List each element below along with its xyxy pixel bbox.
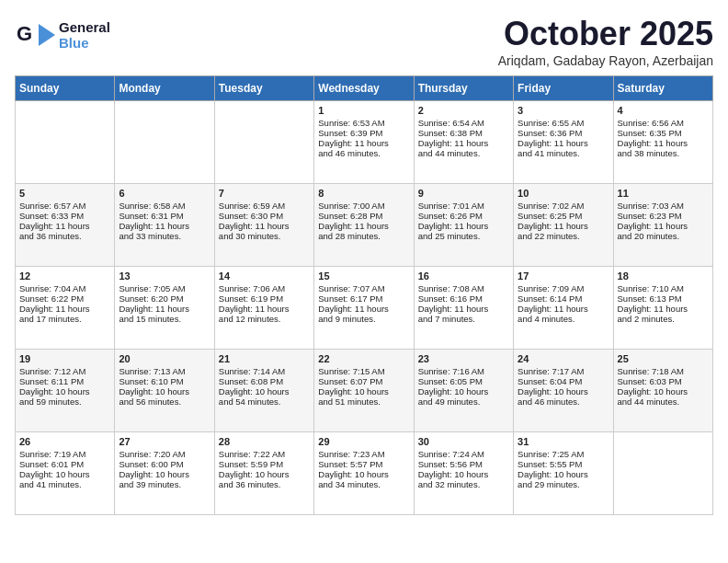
weekday-header-wednesday: Wednesday: [314, 76, 414, 101]
day-info: Daylight: 11 hours: [119, 221, 210, 231]
day-info: and 20 minutes.: [618, 231, 709, 241]
calendar-week-row: 12Sunrise: 7:04 AMSunset: 6:22 PMDayligh…: [16, 267, 713, 350]
calendar-cell: 19Sunrise: 7:12 AMSunset: 6:11 PMDayligh…: [16, 350, 115, 432]
day-info: and 15 minutes.: [119, 314, 210, 324]
day-info: Sunrise: 6:57 AM: [19, 201, 110, 211]
day-info: Sunset: 6:01 PM: [19, 459, 110, 469]
calendar-cell: 24Sunrise: 7:17 AMSunset: 6:04 PMDayligh…: [514, 350, 613, 432]
calendar-cell: 22Sunrise: 7:15 AMSunset: 6:07 PMDayligh…: [314, 350, 414, 432]
day-number: 13: [119, 270, 210, 282]
day-info: and 34 minutes.: [318, 479, 409, 489]
day-info: Sunrise: 7:09 AM: [518, 283, 609, 293]
page-header: G General Blue October 2025 Ariqdam, Gad…: [15, 15, 713, 68]
day-info: Sunrise: 7:12 AM: [19, 366, 110, 376]
weekday-header-thursday: Thursday: [414, 76, 513, 101]
day-info: and 32 minutes.: [418, 479, 509, 489]
day-info: and 36 minutes.: [219, 479, 310, 489]
day-info: Sunset: 6:20 PM: [119, 293, 210, 304]
day-info: Sunrise: 7:10 AM: [618, 283, 709, 293]
day-info: Daylight: 11 hours: [418, 221, 509, 231]
day-info: Daylight: 10 hours: [518, 469, 609, 479]
weekday-header-row: SundayMondayTuesdayWednesdayThursdayFrid…: [16, 76, 713, 101]
day-info: Sunrise: 7:00 AM: [318, 201, 409, 211]
day-info: and 17 minutes.: [19, 314, 110, 324]
calendar-cell: 7Sunrise: 6:59 AMSunset: 6:30 PMDaylight…: [214, 184, 313, 267]
calendar-cell: 30Sunrise: 7:24 AMSunset: 5:56 PMDayligh…: [414, 432, 513, 515]
calendar-cell: 11Sunrise: 7:03 AMSunset: 6:23 PMDayligh…: [613, 184, 712, 267]
day-info: and 22 minutes.: [518, 231, 609, 241]
calendar-cell: 1Sunrise: 6:53 AMSunset: 6:39 PMDaylight…: [314, 101, 414, 184]
day-info: Daylight: 11 hours: [518, 138, 609, 148]
logo-icon: G: [15, 15, 55, 55]
calendar-cell: 5Sunrise: 6:57 AMSunset: 6:33 PMDaylight…: [16, 184, 115, 267]
day-info: Sunset: 6:22 PM: [19, 293, 110, 304]
day-info: Sunset: 5:56 PM: [418, 459, 509, 469]
calendar-cell: [16, 101, 115, 184]
location-subtitle: Ariqdam, Gadabay Rayon, Azerbaijan: [498, 53, 713, 68]
day-info: Sunset: 6:14 PM: [518, 293, 609, 304]
day-info: Sunset: 6:36 PM: [518, 128, 609, 138]
calendar-cell: 16Sunrise: 7:08 AMSunset: 6:16 PMDayligh…: [414, 267, 513, 350]
day-info: Sunset: 6:39 PM: [318, 128, 409, 138]
day-info: and 39 minutes.: [119, 479, 210, 489]
calendar-week-row: 5Sunrise: 6:57 AMSunset: 6:33 PMDaylight…: [16, 184, 713, 267]
day-info: Sunset: 6:30 PM: [219, 211, 310, 221]
day-info: Sunset: 6:05 PM: [418, 376, 509, 386]
day-info: and 28 minutes.: [318, 231, 409, 241]
calendar-cell: 4Sunrise: 6:56 AMSunset: 6:35 PMDaylight…: [613, 101, 712, 184]
calendar-week-row: 1Sunrise: 6:53 AMSunset: 6:39 PMDaylight…: [16, 101, 713, 184]
day-number: 26: [19, 436, 110, 447]
day-info: Sunrise: 6:53 AM: [318, 118, 409, 128]
day-info: and 33 minutes.: [119, 231, 210, 241]
calendar-cell: 15Sunrise: 7:07 AMSunset: 6:17 PMDayligh…: [314, 267, 414, 350]
day-number: 29: [318, 436, 409, 447]
logo-general: General: [59, 19, 110, 35]
calendar-cell: [115, 101, 214, 184]
day-info: and 12 minutes.: [219, 314, 310, 324]
weekday-header-monday: Monday: [115, 76, 214, 101]
day-info: Daylight: 11 hours: [219, 221, 310, 231]
calendar-cell: 9Sunrise: 7:01 AMSunset: 6:26 PMDaylight…: [414, 184, 513, 267]
day-info: and 46 minutes.: [318, 148, 409, 158]
day-info: Sunset: 6:16 PM: [418, 293, 509, 304]
day-info: Sunrise: 7:03 AM: [618, 201, 709, 211]
logo-blue: Blue: [59, 35, 110, 51]
day-info: Sunrise: 6:59 AM: [219, 201, 310, 211]
day-number: 20: [119, 353, 210, 364]
weekday-header-saturday: Saturday: [613, 76, 712, 101]
day-info: Sunset: 6:11 PM: [19, 376, 110, 386]
day-number: 9: [418, 188, 509, 199]
svg-text:G: G: [17, 22, 32, 45]
day-info: Sunset: 6:23 PM: [618, 211, 709, 221]
calendar-table: SundayMondayTuesdayWednesdayThursdayFrid…: [15, 75, 713, 515]
day-info: Daylight: 10 hours: [318, 386, 409, 396]
day-info: Sunset: 6:28 PM: [318, 211, 409, 221]
day-info: Daylight: 10 hours: [219, 386, 310, 396]
day-number: 11: [618, 188, 709, 199]
day-info: Daylight: 11 hours: [518, 304, 609, 314]
day-info: Sunset: 5:55 PM: [518, 459, 609, 469]
day-info: Sunrise: 7:17 AM: [518, 366, 609, 376]
day-number: 28: [219, 436, 310, 447]
day-info: and 4 minutes.: [518, 314, 609, 324]
day-info: Daylight: 11 hours: [418, 304, 509, 314]
day-info: Sunset: 6:07 PM: [318, 376, 409, 386]
day-info: Sunset: 6:00 PM: [119, 459, 210, 469]
day-info: Sunrise: 6:55 AM: [518, 118, 609, 128]
day-info: Sunrise: 7:04 AM: [19, 283, 110, 293]
day-info: Sunrise: 7:19 AM: [19, 449, 110, 459]
day-info: and 7 minutes.: [418, 314, 509, 324]
weekday-header-sunday: Sunday: [16, 76, 115, 101]
day-number: 17: [518, 270, 609, 282]
day-info: Sunset: 6:17 PM: [318, 293, 409, 304]
day-info: and 54 minutes.: [219, 396, 310, 407]
day-number: 4: [618, 105, 709, 116]
day-info: Daylight: 11 hours: [618, 138, 709, 148]
day-info: Sunset: 6:10 PM: [119, 376, 210, 386]
calendar-cell: 18Sunrise: 7:10 AMSunset: 6:13 PMDayligh…: [613, 267, 712, 350]
day-number: 23: [418, 353, 509, 364]
calendar-cell: 3Sunrise: 6:55 AMSunset: 6:36 PMDaylight…: [514, 101, 613, 184]
day-info: Daylight: 11 hours: [19, 221, 110, 231]
day-number: 30: [418, 436, 509, 447]
calendar-cell: 12Sunrise: 7:04 AMSunset: 6:22 PMDayligh…: [16, 267, 115, 350]
